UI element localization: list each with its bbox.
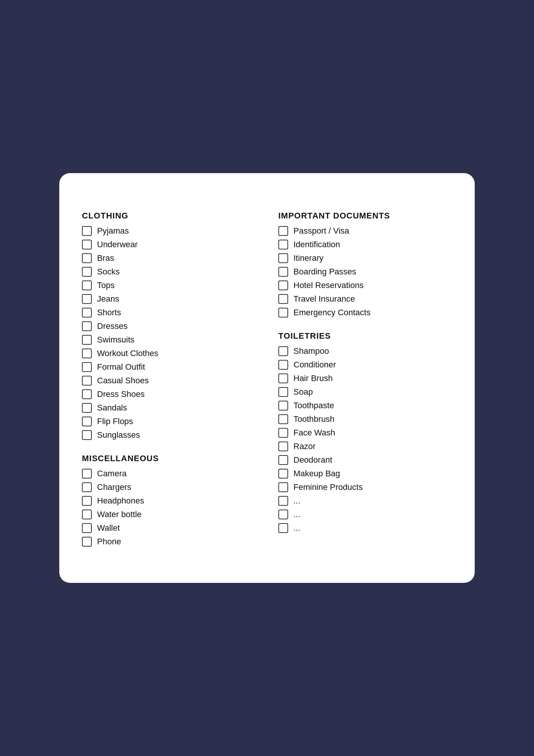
checkbox[interactable]: [82, 267, 92, 277]
list-item: Flip Flops: [82, 417, 256, 426]
item-label: Casual Shoes: [97, 376, 149, 386]
checkbox[interactable]: [82, 510, 92, 519]
checkbox[interactable]: [82, 240, 92, 249]
list-item: Hair Brush: [278, 373, 452, 383]
section-miscellaneous: MISCELLANEOUSCameraChargersHeadphonesWat…: [82, 454, 256, 547]
item-label: Swimsuits: [97, 335, 134, 345]
checkbox[interactable]: [82, 417, 92, 426]
item-label: Flip Flops: [97, 417, 133, 426]
left-column: CLOTHINGPyjamasUnderwearBrasSocksTopsJea…: [82, 211, 256, 560]
item-label: Underwear: [97, 240, 138, 249]
checkbox[interactable]: [82, 349, 92, 358]
checklist-columns: CLOTHINGPyjamasUnderwearBrasSocksTopsJea…: [82, 211, 452, 560]
checkbox[interactable]: [278, 496, 288, 506]
item-label: Pyjamas: [97, 226, 129, 236]
checkbox[interactable]: [278, 280, 288, 290]
item-label: ...: [293, 523, 300, 533]
list-item: Socks: [82, 267, 256, 277]
list-item: Shampoo: [278, 346, 452, 356]
item-label: Dress Shoes: [97, 389, 145, 399]
list-item: Jeans: [82, 294, 256, 304]
checkbox[interactable]: [278, 294, 288, 304]
section-toiletries: TOILETRIESShampooConditionerHair BrushSo…: [278, 331, 452, 533]
item-label: Tops: [97, 280, 114, 290]
item-label: Wallet: [97, 523, 120, 533]
checkbox[interactable]: [278, 253, 288, 263]
checkbox[interactable]: [82, 308, 92, 318]
checkbox[interactable]: [278, 346, 288, 356]
checkbox[interactable]: [278, 360, 288, 370]
list-item: ...: [278, 523, 452, 533]
item-label: Face Wash: [293, 428, 335, 438]
list-item: Chargers: [82, 482, 256, 492]
item-label: Camera: [97, 469, 127, 479]
list-item: Camera: [82, 469, 256, 479]
item-label: Boarding Passes: [293, 267, 356, 277]
item-label: Dresses: [97, 321, 128, 331]
item-label: Razor: [293, 442, 316, 451]
list-item: Swimsuits: [82, 335, 256, 345]
list-item: Formal Outfit: [82, 362, 256, 372]
list-item: Dresses: [82, 321, 256, 331]
checkbox[interactable]: [82, 376, 92, 386]
checkbox[interactable]: [82, 335, 92, 345]
checkbox[interactable]: [82, 280, 92, 290]
section-title-toiletries: TOILETRIES: [278, 331, 452, 341]
packing-checklist-card: CLOTHINGPyjamasUnderwearBrasSocksTopsJea…: [59, 173, 475, 583]
list-item: Sandals: [82, 403, 256, 413]
checkbox[interactable]: [278, 482, 288, 492]
list-item: Sunglasses: [82, 430, 256, 440]
checkbox[interactable]: [82, 294, 92, 304]
checkbox[interactable]: [278, 442, 288, 451]
checkbox[interactable]: [82, 226, 92, 236]
checkbox[interactable]: [82, 321, 92, 331]
checkbox[interactable]: [278, 387, 288, 397]
checkbox[interactable]: [278, 428, 288, 438]
list-item: Toothbrush: [278, 414, 452, 424]
list-item: Wallet: [82, 523, 256, 533]
checkbox[interactable]: [82, 496, 92, 506]
item-label: Hotel Reservations: [293, 280, 364, 290]
checkbox[interactable]: [82, 482, 92, 492]
checkbox[interactable]: [82, 253, 92, 263]
item-label: Sandals: [97, 403, 127, 413]
list-item: Conditioner: [278, 360, 452, 370]
checkbox[interactable]: [82, 403, 92, 413]
checkbox[interactable]: [278, 240, 288, 249]
section-title-important-documents: IMPORTANT DOCUMENTS: [278, 211, 452, 221]
checkbox[interactable]: [278, 469, 288, 479]
list-item: Deodorant: [278, 455, 452, 465]
checkbox[interactable]: [82, 389, 92, 399]
checkbox[interactable]: [82, 469, 92, 479]
list-item: ...: [278, 510, 452, 519]
item-label: Emergency Contacts: [293, 308, 370, 318]
list-item: Toothpaste: [278, 401, 452, 411]
item-label: Toothpaste: [293, 401, 334, 411]
section-clothing: CLOTHINGPyjamasUnderwearBrasSocksTopsJea…: [82, 211, 256, 440]
checkbox[interactable]: [278, 401, 288, 411]
item-label: Jeans: [97, 294, 119, 304]
item-label: Toothbrush: [293, 414, 335, 424]
item-label: Water bottle: [97, 510, 142, 519]
list-item: Shorts: [82, 308, 256, 318]
checkbox[interactable]: [82, 430, 92, 440]
list-item: Identification: [278, 240, 452, 249]
list-item: Underwear: [82, 240, 256, 249]
checkbox[interactable]: [82, 537, 92, 547]
list-item: Feminine Products: [278, 482, 452, 492]
item-label: Feminine Products: [293, 482, 363, 492]
checkbox[interactable]: [278, 308, 288, 318]
item-label: Sunglasses: [97, 430, 140, 440]
checkbox[interactable]: [278, 510, 288, 519]
checkbox[interactable]: [278, 414, 288, 424]
checkbox[interactable]: [278, 267, 288, 277]
checkbox[interactable]: [278, 373, 288, 383]
list-item: Water bottle: [82, 510, 256, 519]
item-label: Travel Insurance: [293, 294, 355, 304]
checkbox[interactable]: [278, 226, 288, 236]
checkbox[interactable]: [82, 362, 92, 372]
checkbox[interactable]: [278, 523, 288, 533]
list-item: Pyjamas: [82, 226, 256, 236]
checkbox[interactable]: [278, 455, 288, 465]
checkbox[interactable]: [82, 523, 92, 533]
